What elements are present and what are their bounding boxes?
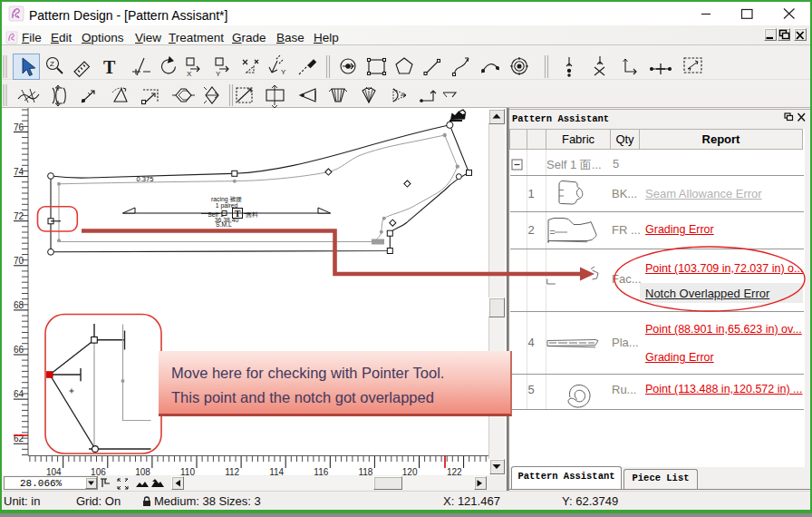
svg-text:Y: Y <box>216 70 221 78</box>
svg-text:Z: Z <box>50 60 54 68</box>
svg-text:T: T <box>103 57 116 77</box>
svg-text:Y: Y <box>281 68 286 76</box>
svg-text:X: X <box>187 70 192 78</box>
